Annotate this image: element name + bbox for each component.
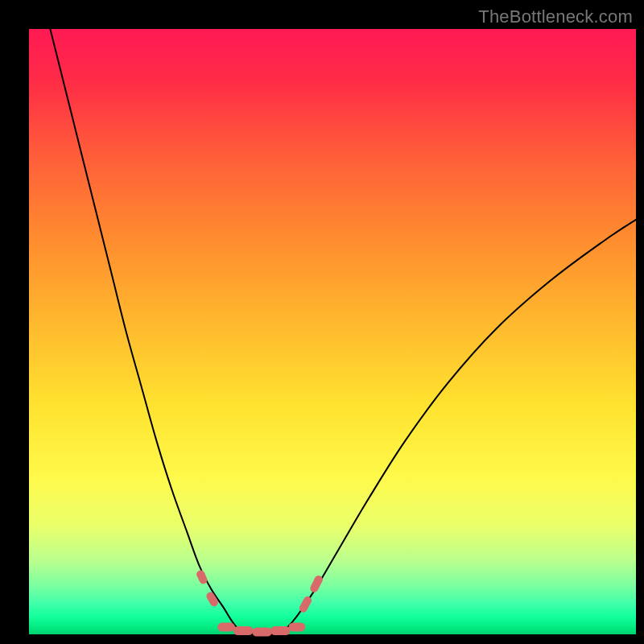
pink-dash [210,597,214,603]
pink-dot [196,571,204,579]
chart-curves [0,0,644,644]
curve-right-branch [284,220,636,631]
curve-left-branch [50,29,240,631]
pink-dash [303,601,308,609]
pink-dot [315,576,323,584]
chart-frame: TheBottleneck.com [0,0,644,644]
